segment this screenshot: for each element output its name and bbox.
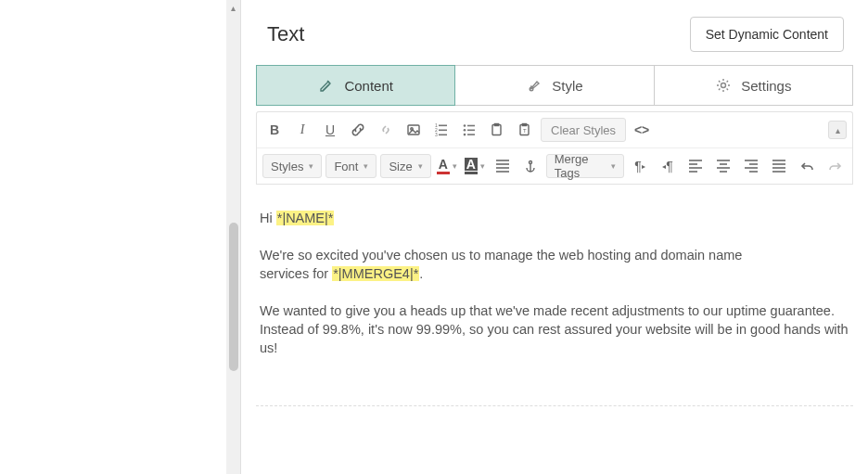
bold-button[interactable]: B	[262, 118, 287, 142]
paragraph-body: We wanted to give you a heads up that we…	[260, 301, 849, 357]
paste-text-button[interactable]: T	[513, 118, 537, 142]
scroll-thumb[interactable]	[229, 223, 238, 371]
undo-button[interactable]	[795, 154, 819, 178]
rtl-button[interactable]: ◂¶	[656, 154, 680, 178]
link-button[interactable]	[346, 118, 370, 142]
svg-point-21	[529, 161, 531, 164]
styles-dropdown[interactable]: Styles▾	[262, 154, 322, 178]
svg-point-10	[464, 124, 466, 127]
svg-rect-7	[439, 130, 447, 132]
tab-style[interactable]: Style	[455, 65, 654, 106]
anchor-button[interactable]	[518, 154, 542, 178]
merge-tags-dropdown[interactable]: Merge Tags▾	[546, 154, 624, 178]
svg-rect-9	[439, 135, 447, 136]
svg-point-12	[464, 129, 466, 132]
panel-header: Text Set Dynamic Content	[267, 17, 844, 52]
font-dropdown-label: Font	[334, 160, 358, 173]
ordered-list-button[interactable]: 123	[429, 118, 453, 142]
scrollbar[interactable]: ▴	[226, 0, 241, 474]
tab-settings-label: Settings	[741, 78, 791, 94]
clear-styles-button[interactable]: Clear Styles	[541, 118, 626, 142]
paste-button[interactable]	[485, 118, 509, 142]
toolbar-row-1: B I U 123	[257, 112, 852, 147]
greeting-prefix: Hi	[260, 211, 276, 225]
intro-suffix: .	[419, 266, 423, 281]
tab-settings[interactable]: Settings	[655, 65, 853, 106]
underline-button[interactable]: U	[318, 118, 342, 142]
merge-tags-dropdown-label: Merge Tags	[555, 152, 606, 180]
svg-text:T: T	[523, 128, 527, 134]
pencil-icon	[318, 77, 335, 94]
svg-rect-5	[439, 125, 447, 127]
svg-point-1	[721, 83, 726, 88]
svg-rect-15	[467, 134, 475, 135]
italic-button[interactable]: I	[290, 118, 314, 142]
unordered-list-button[interactable]	[457, 118, 481, 142]
brush-icon	[526, 77, 542, 94]
tab-content-label: Content	[344, 78, 393, 94]
collapse-toolbar-button[interactable]: ▴	[828, 121, 847, 139]
size-dropdown-label: Size	[389, 160, 412, 173]
content-editor[interactable]: Hi *|NAME|* We're so excited you've chos…	[256, 184, 853, 394]
svg-text:3: 3	[435, 132, 438, 137]
scroll-up-arrow[interactable]: ▴	[226, 0, 240, 15]
paragraph-greeting: Hi *|NAME|*	[260, 209, 849, 227]
merge-tag-name: *|NAME|*	[276, 211, 335, 225]
tab-content[interactable]: Content	[256, 65, 455, 106]
paragraph-intro: We're so excited you've chosen us to man…	[260, 246, 760, 283]
svg-rect-13	[467, 130, 475, 132]
gear-icon	[715, 77, 732, 94]
block-divider	[256, 405, 853, 406]
image-button[interactable]	[402, 118, 426, 142]
panel-title: Text	[267, 22, 304, 46]
editor-panel: Text Set Dynamic Content Content Style	[241, 0, 868, 474]
align-justify-button[interactable]	[767, 154, 791, 178]
redo-button[interactable]	[823, 154, 847, 178]
source-code-button[interactable]: <>	[630, 118, 654, 142]
size-dropdown[interactable]: Size▾	[380, 154, 430, 178]
background-color-button[interactable]: A▾	[463, 154, 487, 178]
page: ▴ Text Set Dynamic Content Content Style	[0, 0, 868, 474]
styles-dropdown-label: Styles	[271, 160, 303, 173]
merge-tag-mmerge4: *|MMERGE4|*	[332, 266, 419, 281]
unlink-button[interactable]	[374, 118, 398, 142]
text-color-button[interactable]: A▾	[435, 154, 459, 178]
wysiwyg-toolbar: B I U 123	[256, 111, 853, 184]
align-left-button[interactable]	[683, 154, 708, 178]
align-center-button[interactable]	[711, 154, 735, 178]
justify-button[interactable]	[491, 154, 515, 178]
set-dynamic-content-button[interactable]: Set Dynamic Content	[690, 17, 844, 52]
ltr-button[interactable]: ¶▸	[628, 154, 652, 178]
tab-style-label: Style	[552, 78, 582, 94]
font-dropdown[interactable]: Font▾	[326, 154, 377, 178]
svg-rect-11	[467, 125, 475, 127]
tab-bar: Content Style Settings	[256, 65, 853, 106]
toolbar-row-2: Styles▾ Font▾ Size▾ A▾ A▾ Merge Tags▾ ¶▸…	[257, 147, 852, 184]
align-right-button[interactable]	[739, 154, 763, 178]
svg-point-14	[464, 134, 466, 136]
